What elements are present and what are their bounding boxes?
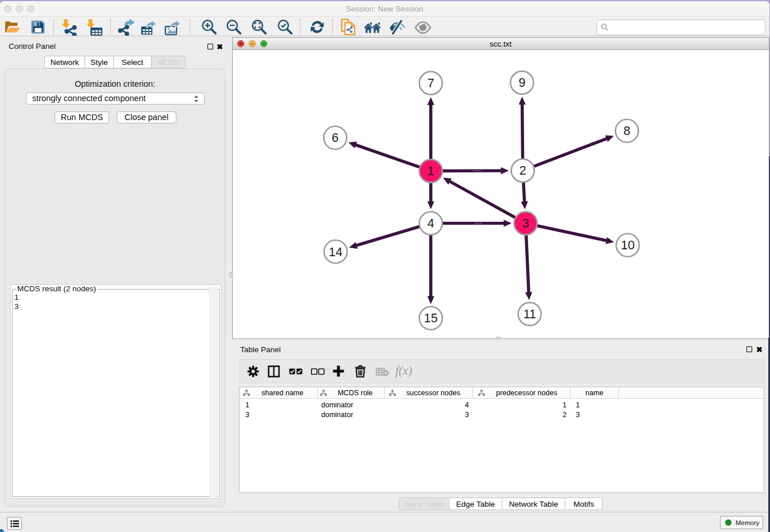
svg-text:15: 15 — [424, 311, 438, 325]
svg-text:4: 4 — [428, 217, 434, 230]
svg-text:14: 14 — [329, 245, 342, 259]
svg-text:8: 8 — [623, 124, 630, 138]
svg-text:7: 7 — [428, 76, 434, 90]
svg-text:2: 2 — [519, 164, 526, 178]
svg-text:1: 1 — [428, 164, 434, 178]
svg-text:11: 11 — [523, 307, 536, 321]
svg-text:10: 10 — [621, 238, 634, 252]
svg-text:6: 6 — [332, 131, 338, 145]
svg-text:9: 9 — [518, 76, 525, 90]
svg-text:3: 3 — [522, 217, 529, 230]
